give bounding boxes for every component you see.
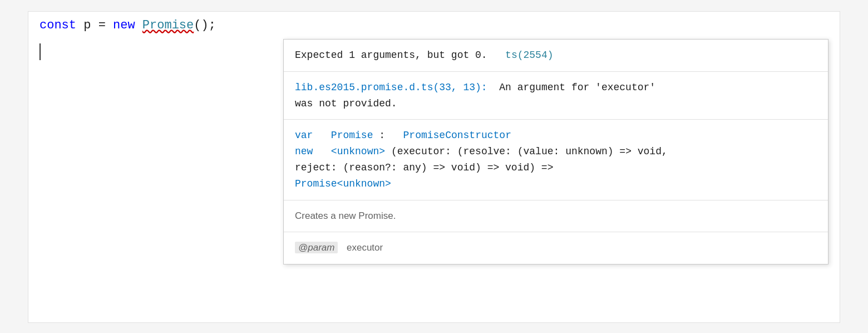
error-message-section: Expected 1 arguments, but got 0. ts(2554… <box>284 40 828 72</box>
code-line: const p = new Promise (); <box>28 12 840 39</box>
space <box>91 16 98 35</box>
signature-section: var Promise : PromiseConstructor new <un… <box>284 120 828 200</box>
error-detail-line2: was not provided. <box>295 98 397 109</box>
description-text: Creates a new Promise. <box>295 210 396 221</box>
editor-container: const p = new Promise (); Expected 1 arg… <box>28 11 840 323</box>
new-keyword: new <box>113 16 135 35</box>
file-reference: lib.es2015.promise.d.ts(33, 13): <box>295 82 487 93</box>
sig-space3 <box>319 146 325 157</box>
promise-name: Promise <box>331 130 373 141</box>
space <box>76 16 83 35</box>
space <box>135 16 142 35</box>
sig-space2 <box>391 130 397 141</box>
new-keyword-sig: new <box>295 146 313 157</box>
param-tag: @param <box>295 242 338 253</box>
signature-line-4: Promise<unknown> <box>295 176 817 192</box>
space <box>493 50 499 61</box>
error-message-text: Expected 1 arguments, but got 0. <box>295 50 487 61</box>
variable-p: p <box>83 16 91 35</box>
colon: : <box>379 130 385 141</box>
signature-line-1: var Promise : PromiseConstructor <box>295 128 817 144</box>
error-detail-section: lib.es2015.promise.d.ts(33, 13): An argu… <box>284 72 828 120</box>
description-section: Creates a new Promise. <box>284 200 828 233</box>
text-cursor <box>40 43 41 60</box>
promise-return: Promise<unknown> <box>295 178 391 189</box>
error-code: ts(2554) <box>505 50 553 61</box>
unknown-type: <unknown> <box>331 146 385 157</box>
space <box>106 16 113 35</box>
param-section: @param executor <box>284 232 828 264</box>
signature-line-2: new <unknown> (executor: (resolve: (valu… <box>295 144 817 160</box>
reject-param: reject: (reason?: any) => void) => void)… <box>295 162 553 173</box>
promise-class: Promise <box>142 16 194 35</box>
signature-line-3: reject: (reason?: any) => void) => void)… <box>295 160 817 176</box>
error-detail-line1: An argument for 'executor' <box>493 82 655 93</box>
promise-constructor-type: PromiseConstructor <box>403 130 511 141</box>
param-name: executor <box>344 242 383 253</box>
executor-param: (executor: (resolve: (value: unknown) =>… <box>391 146 668 157</box>
var-keyword: var <box>295 130 313 141</box>
parens: (); <box>194 16 216 35</box>
cursor-line: Expected 1 arguments, but got 0. ts(2554… <box>28 39 840 265</box>
tooltip-popup: Expected 1 arguments, but got 0. ts(2554… <box>283 39 828 265</box>
equals-sign: = <box>98 16 106 35</box>
sig-space <box>319 130 325 141</box>
const-keyword: const <box>40 16 76 35</box>
